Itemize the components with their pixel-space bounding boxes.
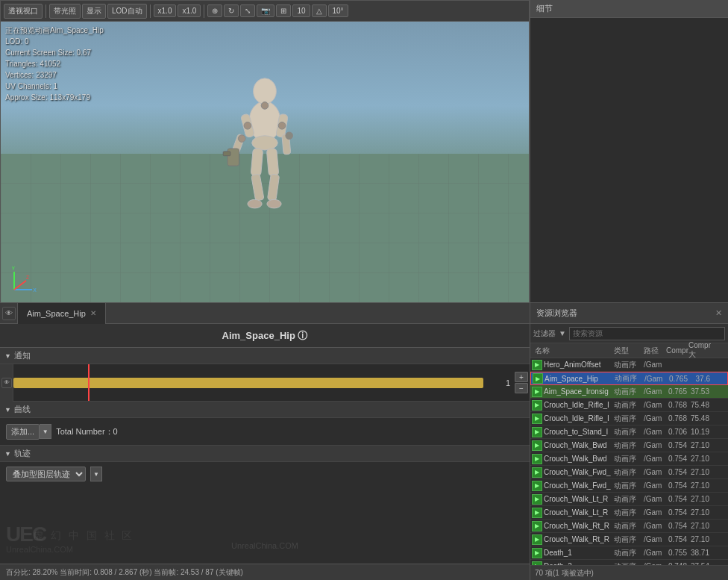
scale-icon-btn[interactable]: ⤡ — [240, 4, 255, 17]
asset-list-item[interactable]: ▶Crouch_Walk_Rt_R动画序/Gam0.75427.10 — [530, 533, 728, 546]
asset-path: /Gam — [644, 455, 666, 463]
status-bar: 百分比: 28.20% 当前时间: 0.808 / 2.867 (秒) 当前帧:… — [0, 564, 530, 580]
uv-channels-info: UV Channels: 1 — [5, 81, 104, 92]
eye-icon-btn[interactable]: 👁 — [2, 307, 16, 320]
asset-list-item[interactable]: ▶Crouch_Walk_Lt_R动画序/Gam0.75427.10 — [530, 506, 728, 520]
viewport-toolbar: 透视视口 带光照 显示 LOD自动 x1.0 x1.0 ⊕ ↻ ⤡ 📷 ⊞ 10… — [1, 1, 529, 22]
asset-icon: ▶ — [532, 440, 542, 451]
asset-compression2: 27.10 — [688, 441, 711, 449]
viewport-content[interactable]: 正在预览动画Aim_Space_Hip LOD: 0 Current Scree… — [1, 22, 529, 303]
svg-text:Y: Y — [12, 266, 16, 271]
asset-path: /Gam — [644, 401, 666, 409]
anim-title: Aim_Space_Hip ⓘ — [0, 324, 530, 348]
triangle-btn[interactable]: △ — [312, 4, 327, 17]
svg-text:Z: Z — [26, 275, 29, 280]
asset-list-item[interactable]: ▶Aim_Space_Ironsig动画序/Gam0.76537.53 — [530, 385, 728, 399]
asset-compression2: 27.10 — [688, 508, 711, 517]
grid-num-btn[interactable]: 10 — [292, 4, 310, 17]
approx-size-info: Approx Size: 113x79x179 — [5, 92, 104, 103]
asset-type: 动画序 — [614, 521, 644, 531]
perspective-btn[interactable]: 透视视口 — [4, 4, 43, 19]
asset-name: Crouch_Walk_Lt_R — [544, 495, 614, 503]
timeline-bar — [13, 378, 483, 388]
asset-icon: ▶ — [532, 521, 542, 531]
svg-rect-9 — [266, 149, 279, 177]
camera-icon-btn[interactable]: 📷 — [257, 4, 274, 17]
asset-list-item[interactable]: ▶Crouch_Idle_Rifle_I动画序/Gam0.76875.48 — [530, 399, 728, 412]
asset-list-item[interactable]: ▶Death_2动画序/Gam0.74837.54 — [530, 560, 728, 565]
filter-icon[interactable]: ▼ — [559, 329, 566, 337]
asset-list-item[interactable]: ▶Crouch_Walk_Bwd动画序/Gam0.75427.10 — [530, 452, 728, 466]
scale1-btn[interactable]: x1.0 — [154, 4, 177, 17]
search-input[interactable] — [569, 327, 725, 340]
asset-list: ▶Hero_AnimOffset动画序/Gam▶Aim_Space_Hip动画序… — [530, 358, 728, 565]
asset-name: Crouch_to_Stand_I — [544, 428, 614, 436]
tab-close-btn[interactable]: ✕ — [90, 309, 96, 317]
asset-icon: ▶ — [532, 508, 542, 518]
tracks-section-header[interactable]: ▼ 轨迹 — [0, 446, 530, 462]
asset-list-item[interactable]: ▶Crouch_Walk_Bwd动画序/Gam0.75427.10 — [530, 439, 728, 452]
asset-compression1: 0.754 — [666, 508, 688, 517]
asset-list-item[interactable]: ▶Crouch_Walk_Fwd_动画序/Gam0.75427.10 — [530, 466, 728, 479]
asset-compression2: 37.6 — [689, 375, 712, 383]
asset-list-item[interactable]: ▶Crouch_Idle_Rifle_I动画序/Gam0.76875.48 — [530, 412, 728, 425]
svg-text:X: X — [34, 287, 37, 293]
asset-compression2: 27.10 — [688, 481, 711, 490]
svg-line-22 — [14, 281, 26, 290]
asset-list-item[interactable]: ▶Death_1动画序/Gam0.75538.71 — [530, 546, 728, 560]
watermark-url: UnrealChina.COM — [231, 541, 298, 550]
asset-list-item[interactable]: ▶Hero_AnimOffset动画序/Gam — [530, 358, 728, 372]
axis-indicator: X Y Z — [8, 266, 38, 296]
asset-compression2: 27.10 — [688, 522, 711, 530]
asset-path: /Gam — [644, 428, 666, 436]
asset-list-item[interactable]: ▶Crouch_to_Stand_I动画序/Gam0.70610.19 — [530, 425, 728, 439]
asset-list-item[interactable]: ▶Crouch_Walk_Fwd_动画序/Gam0.75427.10 — [530, 479, 728, 493]
asset-compression1: 0.768 — [666, 414, 688, 422]
add-dropdown-btn[interactable]: ▼ — [40, 424, 51, 439]
asset-compression1: 0.754 — [666, 441, 688, 449]
asset-compression2: 10.19 — [688, 428, 711, 436]
asset-list-item[interactable]: ▶Crouch_Walk_Lt_R动画序/Gam0.75427.10 — [530, 493, 728, 506]
track-dropdown-btn[interactable]: ▼ — [90, 467, 102, 481]
anim-tab-bar: 👁 Aim_Space_Hip ✕ — [0, 303, 530, 324]
display-btn[interactable]: 显示 — [82, 4, 106, 19]
notify-section-header[interactable]: ▼ 通知 — [0, 348, 530, 364]
rotate-icon-btn[interactable]: ↻ — [224, 4, 239, 17]
svg-rect-19 — [223, 152, 230, 156]
viewport: 透视视口 带光照 显示 LOD自动 x1.0 x1.0 ⊕ ↻ ⤡ 📷 ⊞ 10… — [0, 0, 530, 302]
move-icon-btn[interactable]: ⊕ — [207, 4, 222, 17]
timeline-track[interactable]: 1 — [13, 364, 513, 401]
animation-panel: 👁 Aim_Space_Hip ✕ Aim_Space_Hip ⓘ ▼ 通知 👁 — [0, 302, 530, 580]
timeline-add-btn[interactable]: + — [515, 372, 528, 382]
asset-browser-close-btn[interactable]: ✕ — [715, 308, 722, 318]
timeline-playhead[interactable] — [88, 364, 90, 401]
timeline-eye-btn[interactable]: 👁 — [1, 378, 12, 388]
add-curve-btn[interactable]: 添加... — [6, 424, 40, 440]
asset-path: /Gam — [644, 361, 666, 369]
timeline-area: 👁 1 + − — [0, 364, 530, 402]
timeline-left-ctrl: 👁 — [0, 364, 13, 402]
scale2-btn[interactable]: x1.0 — [178, 4, 201, 17]
timeline-minus-btn[interactable]: − — [515, 383, 528, 393]
lod-btn[interactable]: LOD自动 — [107, 4, 147, 19]
svg-point-13 — [261, 102, 269, 110]
svg-point-11 — [248, 199, 262, 208]
asset-compression1: 0.765 — [666, 387, 688, 396]
angle-btn[interactable]: 10° — [328, 4, 348, 17]
asset-compression1: 0.765 — [667, 375, 689, 383]
track-type-select[interactable]: 叠加型图层轨迹 — [6, 467, 86, 481]
ue-sub: UnrealChina.COM — [6, 545, 73, 554]
asset-compression1: 0.706 — [666, 428, 688, 436]
asset-compression1: 0.754 — [666, 495, 688, 503]
curves-section-header[interactable]: ▼ 曲线 — [0, 402, 530, 418]
grid-btn[interactable]: ⊞ — [276, 4, 291, 17]
asset-icon: ▶ — [532, 534, 542, 545]
asset-compression2: 37.53 — [688, 387, 711, 396]
anim-tab-aim-space[interactable]: Aim_Space_Hip ✕ — [18, 303, 106, 324]
asset-name: Crouch_Walk_Fwd_ — [544, 481, 614, 490]
asset-icon: ▶ — [532, 387, 542, 397]
asset-list-item[interactable]: ▶Aim_Space_Hip动画序/Gam0.76537.6 — [530, 372, 728, 385]
asset-name: Crouch_Walk_Lt_R — [544, 508, 614, 517]
asset-list-item[interactable]: ▶Crouch_Walk_Rt_R动画序/Gam0.75427.10 — [530, 520, 728, 533]
lighting-btn[interactable]: 带光照 — [49, 4, 81, 19]
